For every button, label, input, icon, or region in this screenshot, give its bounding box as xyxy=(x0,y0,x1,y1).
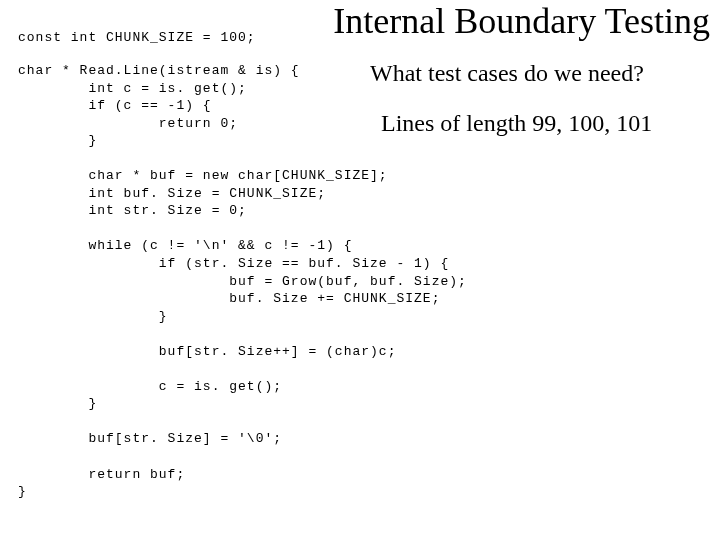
code-const-line: const int CHUNK_SIZE = 100; xyxy=(18,30,256,45)
slide: Internal Boundary Testing const int CHUN… xyxy=(0,0,720,540)
answer-text: Lines of length 99, 100, 101 xyxy=(381,110,652,137)
slide-title: Internal Boundary Testing xyxy=(333,0,710,42)
question-text: What test cases do we need? xyxy=(370,60,644,87)
